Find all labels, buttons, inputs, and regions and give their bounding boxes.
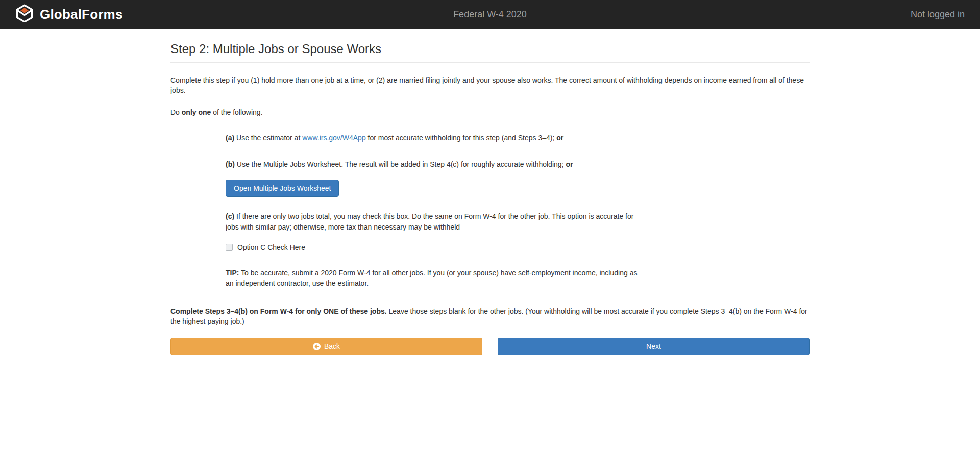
option-a-label: (a)	[226, 134, 234, 142]
box-logo-icon	[15, 4, 34, 24]
intro-paragraph: Complete this step if you (1) hold more …	[170, 75, 810, 96]
option-c-text: If there are only two jobs total, you ma…	[226, 212, 633, 231]
do-prefix: Do	[170, 108, 182, 116]
do-bold: only one	[182, 108, 211, 116]
option-a-paragraph: (a) Use the estimator at www.irs.gov/W4A…	[226, 133, 640, 143]
back-button[interactable]: Back	[170, 338, 482, 355]
do-suffix: of the following.	[211, 108, 262, 116]
back-button-label: Back	[324, 342, 340, 350]
page-title: Step 2: Multiple Jobs or Spouse Works	[170, 42, 810, 56]
option-c-checkbox-label[interactable]: Option C Check Here	[237, 243, 305, 251]
options-block: (a) Use the estimator at www.irs.gov/W4A…	[226, 133, 640, 289]
login-status: Not logged in	[911, 9, 965, 20]
estimator-link[interactable]: www.irs.gov/W4App	[302, 134, 365, 142]
option-a-text-1: Use the estimator at	[234, 134, 302, 142]
option-b-text: Use the Multiple Jobs Worksheet. The res…	[235, 160, 566, 168]
arrow-left-circle-icon	[313, 343, 321, 350]
closing-paragraph: Complete Steps 3–4(b) on Form W-4 for on…	[170, 306, 810, 327]
option-c-label: (c)	[226, 212, 234, 220]
do-only-one-line: Do only one of the following.	[170, 107, 810, 117]
option-c-checkbox[interactable]	[226, 244, 233, 251]
wizard-nav-buttons: Back Next	[170, 338, 810, 355]
option-c-checkbox-row: Option C Check Here	[226, 243, 640, 251]
option-b-label: (b)	[226, 160, 235, 168]
option-a-or: or	[556, 134, 564, 142]
tip-label: TIP:	[226, 269, 239, 277]
step2-page: Step 2: Multiple Jobs or Spouse Works Co…	[170, 29, 810, 355]
tip-paragraph: TIP: To be accurate, submit a 2020 Form …	[226, 268, 640, 289]
closing-bold: Complete Steps 3–4(b) on Form W-4 for on…	[170, 307, 387, 315]
option-b-or: or	[566, 160, 573, 168]
next-button[interactable]: Next	[498, 338, 810, 355]
option-c-paragraph: (c) If there are only two jobs total, yo…	[226, 211, 640, 232]
tip-text: To be accurate, submit a 2020 Form W-4 f…	[226, 269, 637, 287]
form-title: Federal W-4 2020	[453, 9, 527, 20]
brand-name: GlobalForms	[40, 7, 123, 22]
title-divider	[170, 62, 810, 63]
brand-link[interactable]: GlobalForms	[15, 4, 123, 24]
open-worksheet-button[interactable]: Open Multiple Jobs Worksheet	[226, 180, 339, 197]
option-a-text-2: for most accurate withholding for this s…	[366, 134, 557, 142]
top-navbar: GlobalForms Federal W-4 2020 Not logged …	[0, 0, 980, 29]
option-b-paragraph: (b) Use the Multiple Jobs Worksheet. The…	[226, 159, 640, 169]
